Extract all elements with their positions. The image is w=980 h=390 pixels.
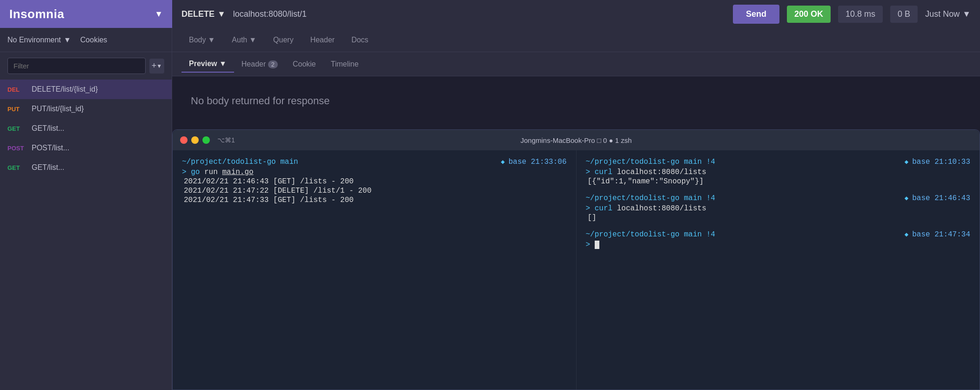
terminal-titlebar: ⌥⌘1 Jongmins-MacBook-Pro □ 0 ● 1 zsh (173, 130, 980, 150)
sidebar-item-get-1[interactable]: GET GET/list... (0, 119, 172, 138)
sidebar-filter-row: + ▼ (0, 52, 172, 80)
terminal-shortcut: ⌥⌘1 (217, 136, 235, 144)
just-now-arrow[interactable]: ▼ (962, 9, 971, 19)
resp-tab-header[interactable]: Header 2 (234, 56, 285, 72)
term-right-prompt-2: ~/project/todolist-go main !4 ◆ base 21:… (586, 194, 971, 202)
tab-query[interactable]: Query (266, 32, 301, 48)
method-post-label: POST (7, 145, 26, 152)
method-get-label-2: GET (7, 164, 26, 171)
method-dropdown-arrow: ▼ (217, 9, 226, 19)
env-dropdown-arrow: ▼ (64, 36, 71, 44)
sidebar-env: No Environment ▼ Cookies (0, 28, 172, 52)
plus-icon: + (152, 61, 157, 71)
item-name-put: PUT/list/{list_id} (32, 105, 84, 113)
term-cmd-go: > go run main.go (182, 168, 567, 176)
close-button[interactable] (180, 136, 188, 144)
term-cmd-r3: > (586, 241, 971, 249)
sidebar-item-get-2[interactable]: GET GET/list... (0, 158, 172, 177)
sidebar: + ▼ DEL DELETE/list/{list_id} PUT PUT/li… (0, 52, 172, 390)
no-body-message: No body returned for response (172, 76, 980, 126)
request-tabs: Body ▼ Auth ▼ Query Header Docs (172, 28, 980, 52)
term-cursor (595, 241, 599, 249)
sidebar-item-put-list[interactable]: PUT PUT/list/{list_id} (0, 99, 172, 119)
preview-tab-arrow: ▼ (219, 60, 227, 67)
tab-docs[interactable]: Docs (344, 32, 376, 48)
add-request-button[interactable]: + ▼ (149, 59, 164, 74)
app-dropdown-arrow[interactable]: ▼ (154, 9, 163, 19)
term-right-prompt-3: ~/project/todolist-go main !4 ◆ base 21:… (586, 230, 971, 239)
term-diamond-left: ◆ (501, 158, 504, 166)
insomnia-logo: Insomnia (9, 7, 64, 21)
tab-auth[interactable]: Auth ▼ (224, 32, 264, 48)
timestamp-label: Just Now ▼ (925, 9, 971, 19)
top-bar: Insomnia ▼ DELETE ▼ Send 200 OK 10.8 ms … (0, 0, 980, 28)
term-output-2: 2021/02/21 21:47:22 [DELETE] /list/1 - 2… (182, 187, 567, 195)
terminal-title: Jongmins-MacBook-Pro □ 0 ● 1 zsh (520, 136, 631, 144)
main-content: + ▼ DEL DELETE/list/{list_id} PUT PUT/li… (0, 52, 980, 390)
resp-tab-cookie[interactable]: Cookie (285, 56, 323, 72)
traffic-lights (180, 136, 210, 144)
filter-input[interactable] (7, 58, 146, 74)
response-tabs: Preview ▼ Header 2 Cookie Timeline (172, 52, 980, 76)
terminal-pane-left[interactable]: ~/project/todolist-go main ◆ base 21:33:… (173, 150, 577, 390)
tab-body[interactable]: Body ▼ (181, 32, 222, 48)
minimize-button[interactable] (191, 136, 199, 144)
term-cmd-r2: > curl localhost:8080/lists (586, 204, 971, 213)
cookies-button[interactable]: Cookies (81, 36, 107, 44)
send-button[interactable]: Send (733, 5, 779, 24)
method-label: DELETE (181, 9, 215, 19)
resp-tab-timeline[interactable]: Timeline (323, 56, 366, 72)
term-ts-r3: base 21:47:34 (912, 230, 970, 239)
term-out-r1: [{"id":1,"name":"Snoopy"}] (586, 177, 971, 186)
add-dropdown-arrow: ▼ (156, 63, 162, 69)
item-name-delete: DELETE/list/{list_id} (32, 85, 98, 94)
maximize-button[interactable] (202, 136, 210, 144)
item-name-get-1: GET/list... (32, 124, 64, 133)
term-right-prompt-1: ~/project/todolist-go main !4 ◆ base 21:… (586, 158, 971, 166)
method-get-label-1: GET (7, 125, 26, 132)
term-output-3: 2021/02/21 21:47:33 [GET] /lists - 200 (182, 196, 567, 204)
term-out-r2: [] (586, 214, 971, 222)
term-ts-r2: base 21:46:43 (912, 194, 970, 202)
term-output-1: 2021/02/21 21:46:43 [GET] /lists - 200 (182, 177, 567, 186)
item-name-get-2: GET/list... (32, 163, 64, 172)
term-ts-r1: base 21:10:33 (912, 158, 970, 166)
second-row: No Environment ▼ Cookies Body ▼ Auth ▼ Q… (0, 28, 980, 52)
sidebar-item-delete-list[interactable]: DEL DELETE/list/{list_id} (0, 80, 172, 99)
tab-header[interactable]: Header (303, 32, 342, 48)
body-tab-arrow: ▼ (208, 36, 215, 44)
method-put-label: PUT (7, 106, 26, 113)
term-prompt-1: ~/project/todolist-go main ◆ base 21:33:… (182, 158, 567, 166)
resp-tab-preview[interactable]: Preview ▼ (181, 56, 234, 73)
request-bar: DELETE ▼ Send 200 OK 10.8 ms 0 B Just No… (172, 0, 980, 28)
term-path-r2: ~/project/todolist-go main !4 (586, 194, 715, 202)
env-selector[interactable]: No Environment ▼ (7, 36, 71, 44)
terminal-overlay: ⌥⌘1 Jongmins-MacBook-Pro □ 0 ● 1 zsh ~/p… (172, 129, 980, 390)
terminal-body: ~/project/todolist-go main ◆ base 21:33:… (173, 150, 980, 390)
term-path-r1: ~/project/todolist-go main !4 (586, 158, 715, 166)
status-badge: 200 OK (787, 6, 831, 23)
url-input[interactable] (233, 9, 725, 19)
term-path-r3: ~/project/todolist-go main !4 (586, 230, 715, 239)
response-size: 0 B (890, 6, 918, 23)
term-cmd-r1: > curl localhost:8080/lists (586, 168, 971, 176)
header-tab-badge: 2 (268, 61, 278, 68)
response-time: 10.8 ms (838, 6, 883, 23)
sidebar-header: Insomnia ▼ (0, 0, 172, 28)
method-select[interactable]: DELETE ▼ (181, 9, 226, 19)
terminal-pane-right[interactable]: ~/project/todolist-go main !4 ◆ base 21:… (577, 150, 980, 390)
response-panel: Preview ▼ Header 2 Cookie Timeline No bo… (172, 52, 980, 390)
method-del-label: DEL (7, 86, 26, 93)
item-name-post: POST/list... (32, 144, 69, 152)
sidebar-item-post[interactable]: POST POST/list... (0, 138, 172, 158)
term-path-left: ~/project/todolist-go main (182, 158, 298, 166)
term-ts-left: base 21:33:06 (509, 158, 567, 166)
auth-tab-arrow: ▼ (249, 36, 256, 44)
